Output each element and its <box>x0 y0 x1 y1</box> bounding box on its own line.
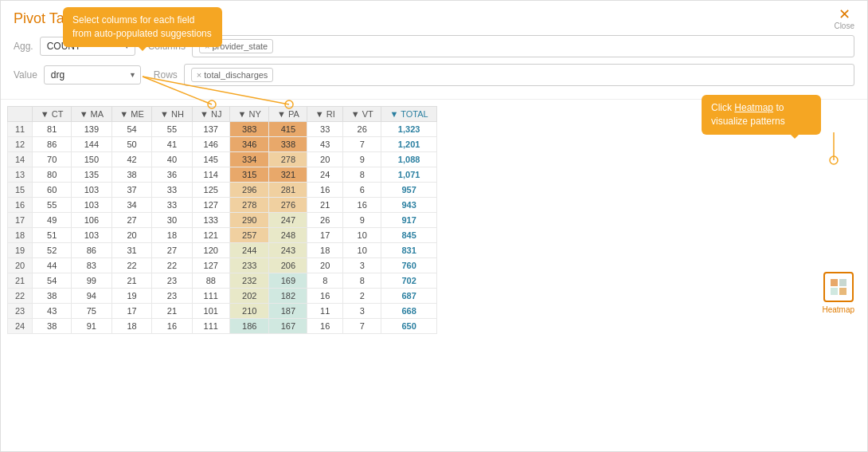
total-cell: 1,088 <box>381 152 437 167</box>
th-vt[interactable]: ▼ VT <box>343 107 381 122</box>
th-ny[interactable]: ▼ NY <box>229 107 268 122</box>
close-button[interactable]: ✕ Close <box>834 7 854 30</box>
data-cell: 10 <box>343 243 381 258</box>
th-me[interactable]: ▼ ME <box>111 107 152 122</box>
data-cell: 23 <box>152 273 192 289</box>
data-cell: 186 <box>229 319 268 334</box>
close-icon[interactable]: ✕ <box>839 6 850 22</box>
columns-input[interactable]: × provider_state <box>192 35 854 57</box>
total-cell: 957 <box>381 183 437 198</box>
data-cell: 247 <box>269 213 307 228</box>
columns-control: Columns × provider_state <box>148 35 854 57</box>
data-cell: 19 <box>111 289 152 304</box>
data-cell: 75 <box>72 304 112 319</box>
value-select-wrapper: drg provider_state total_discharges <box>44 65 141 85</box>
total-cell: 943 <box>381 198 437 213</box>
table-container: ▼ CT ▼ MA ▼ ME ▼ NH ▼ NJ ▼ NY ▼ PA ▼ RI … <box>1 100 867 340</box>
data-cell: 103 <box>72 198 112 213</box>
data-cell: 276 <box>269 198 307 213</box>
data-cell: 70 <box>33 152 72 167</box>
data-cell: 278 <box>269 152 307 167</box>
data-cell: 38 <box>33 289 72 304</box>
data-cell: 290 <box>229 213 268 228</box>
total-cell: 760 <box>381 258 437 273</box>
data-cell: 257 <box>229 228 268 243</box>
th-ri[interactable]: ▼ RI <box>307 107 343 122</box>
data-cell: 338 <box>269 137 307 152</box>
rows-input[interactable]: × total_discharges <box>184 64 854 86</box>
table-body: 1181139545513738341533261,32312861445041… <box>8 122 437 334</box>
table-row: 138013538361143153212481,071 <box>8 167 437 183</box>
data-cell: 20 <box>307 152 343 167</box>
data-cell: 7 <box>343 137 381 152</box>
data-cell: 281 <box>269 183 307 198</box>
data-cell: 16 <box>307 183 343 198</box>
table-row: 19528631271202442431810831 <box>8 243 437 258</box>
data-cell: 111 <box>192 319 229 334</box>
data-cell: 114 <box>192 167 229 183</box>
data-cell: 202 <box>229 289 268 304</box>
table-row: 185110320181212572481710845 <box>8 228 437 243</box>
data-cell: 49 <box>33 213 72 228</box>
total-cell: 702 <box>381 273 437 289</box>
value-select[interactable]: drg provider_state total_discharges <box>44 65 141 85</box>
pivot-table: ▼ CT ▼ MA ▼ ME ▼ NH ▼ NJ ▼ NY ▼ PA ▼ RI … <box>7 106 437 334</box>
data-cell: 150 <box>72 152 112 167</box>
data-cell: 145 <box>192 152 229 167</box>
table-row: 2438911816111186167167650 <box>8 319 437 334</box>
data-cell: 120 <box>192 243 229 258</box>
data-cell: 139 <box>72 122 112 137</box>
th-nj[interactable]: ▼ NJ <box>192 107 229 122</box>
svg-rect-7 <box>839 279 846 286</box>
data-cell: 33 <box>152 198 192 213</box>
row-header-cell: 11 <box>8 122 33 137</box>
data-cell: 54 <box>111 122 152 137</box>
row-header-cell: 14 <box>8 152 33 167</box>
data-cell: 22 <box>152 258 192 273</box>
data-cell: 9 <box>343 213 381 228</box>
data-cell: 37 <box>111 183 152 198</box>
data-cell: 21 <box>307 198 343 213</box>
data-cell: 40 <box>152 152 192 167</box>
data-cell: 7 <box>343 319 381 334</box>
data-cell: 2 <box>343 289 381 304</box>
data-cell: 60 <box>33 183 72 198</box>
data-cell: 133 <box>192 213 229 228</box>
row-header-cell: 16 <box>8 198 33 213</box>
table-row: 21549921238823216988702 <box>8 273 437 289</box>
data-cell: 34 <box>111 198 152 213</box>
total-cell: 917 <box>381 213 437 228</box>
data-cell: 3 <box>343 258 381 273</box>
data-cell: 17 <box>111 304 152 319</box>
data-cell: 16 <box>307 319 343 334</box>
data-cell: 23 <box>152 289 192 304</box>
data-cell: 43 <box>307 137 343 152</box>
data-cell: 17 <box>307 228 343 243</box>
total-cell: 668 <box>381 304 437 319</box>
data-cell: 22 <box>111 258 152 273</box>
total-cell: 845 <box>381 228 437 243</box>
data-cell: 20 <box>111 228 152 243</box>
data-cell: 16 <box>152 319 192 334</box>
data-cell: 111 <box>192 289 229 304</box>
data-cell: 43 <box>33 304 72 319</box>
data-cell: 99 <box>72 273 112 289</box>
heatmap-button[interactable]: Heatmap <box>822 272 854 292</box>
data-cell: 26 <box>343 122 381 137</box>
data-cell: 146 <box>192 137 229 152</box>
data-cell: 106 <box>72 213 112 228</box>
data-cell: 103 <box>72 183 112 198</box>
data-cell: 18 <box>307 243 343 258</box>
th-nh[interactable]: ▼ NH <box>152 107 192 122</box>
data-cell: 44 <box>33 258 72 273</box>
th-total[interactable]: ▼ TOTAL <box>381 107 437 122</box>
data-cell: 232 <box>229 273 268 289</box>
table-row: 128614450411463463384371,201 <box>8 137 437 152</box>
rows-tag-remove[interactable]: × <box>197 70 201 80</box>
data-cell: 55 <box>152 122 192 137</box>
data-cell: 233 <box>229 258 268 273</box>
th-ct[interactable]: ▼ CT <box>33 107 72 122</box>
table-row: 2343751721101210187113668 <box>8 304 437 319</box>
th-pa[interactable]: ▼ PA <box>269 107 307 122</box>
th-ma[interactable]: ▼ MA <box>72 107 112 122</box>
